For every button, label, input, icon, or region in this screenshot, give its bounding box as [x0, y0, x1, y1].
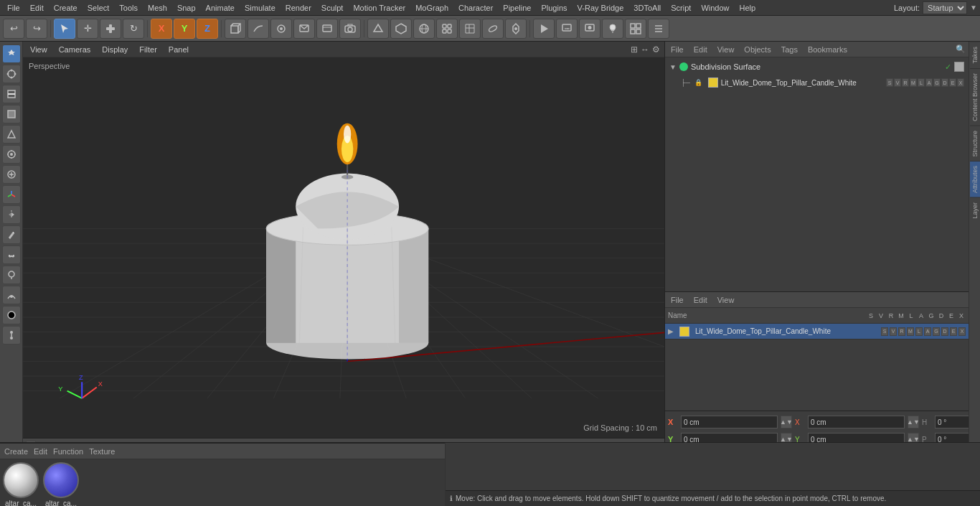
- obj-check-subdivision[interactable]: ✓: [945, 62, 951, 72]
- obj-menu-edit[interactable]: Edit: [691, 44, 710, 55]
- menu-plugins[interactable]: Plugins: [537, 2, 571, 14]
- z-axis-button[interactable]: Z: [197, 19, 218, 39]
- viewport-icon-expand[interactable]: ⊞: [631, 44, 638, 55]
- tab-structure[interactable]: Structure: [970, 126, 980, 161]
- mat-menu-texture[interactable]: Texture: [89, 447, 115, 456]
- y-axis-button[interactable]: Y: [174, 19, 195, 39]
- attr-item-candle[interactable]: ▶ Lit_Wide_Dome_Top_Pillar_Candle_White …: [665, 324, 969, 339]
- obj-menu-objects[interactable]: Objects: [741, 44, 773, 55]
- menu-create[interactable]: Create: [50, 2, 82, 14]
- mode-edge-button[interactable]: [2, 85, 21, 103]
- menu-snap[interactable]: Snap: [173, 2, 200, 14]
- shader-button[interactable]: [505, 19, 527, 39]
- viewport[interactable]: View Cameras Display Filter Panel ⊞ ↔ ⚙ …: [23, 42, 664, 438]
- menu-animate[interactable]: Animate: [202, 2, 239, 14]
- vp-menu-panel[interactable]: Panel: [166, 44, 192, 55]
- render-button[interactable]: [533, 19, 555, 39]
- obj-search-icon[interactable]: 🔍: [956, 44, 966, 54]
- vp-menu-view[interactable]: View: [27, 44, 50, 55]
- material-item-2[interactable]: altar_ca...: [43, 462, 79, 506]
- mat-menu-create[interactable]: Create: [4, 447, 28, 456]
- obj-menu-view[interactable]: View: [715, 44, 738, 55]
- coord-x-pos[interactable]: [681, 416, 778, 428]
- menu-window[interactable]: Window: [697, 2, 733, 14]
- attr-menu-edit[interactable]: Edit: [691, 295, 710, 305]
- sculpt-button[interactable]: [2, 286, 21, 304]
- properties-button[interactable]: [648, 19, 669, 39]
- particle-button[interactable]: [436, 19, 458, 39]
- mode-object-button[interactable]: [2, 44, 21, 63]
- mat-menu-function[interactable]: Function: [53, 447, 83, 456]
- toggle-snap-button[interactable]: [2, 145, 21, 164]
- undo-button[interactable]: ↩: [3, 19, 24, 39]
- vp-menu-cameras[interactable]: Cameras: [56, 44, 94, 55]
- x-axis-button[interactable]: X: [151, 19, 172, 39]
- null-button[interactable]: [367, 19, 389, 39]
- mirror-button[interactable]: [2, 205, 21, 224]
- polygon-button[interactable]: [390, 19, 412, 39]
- menu-vray[interactable]: V-Ray Bridge: [573, 2, 628, 14]
- obj-row-subdivision[interactable]: ▼ Subdivision Surface ✓: [666, 59, 967, 75]
- render-settings-button[interactable]: [556, 19, 578, 39]
- solo-button[interactable]: [2, 165, 21, 184]
- attr-menu-file[interactable]: File: [668, 295, 687, 305]
- layout-select[interactable]: Startup: [923, 1, 967, 14]
- render-all-button[interactable]: [579, 19, 600, 39]
- menu-file[interactable]: File: [3, 2, 24, 14]
- axis-button[interactable]: [2, 185, 21, 204]
- spline-button[interactable]: [248, 19, 269, 39]
- coord-x-pos-arrow[interactable]: ▲▼: [781, 416, 792, 428]
- vp-menu-display[interactable]: Display: [99, 44, 131, 55]
- obj-menu-bookmarks[interactable]: Bookmarks: [805, 44, 850, 55]
- coord-x-size-arrow[interactable]: ▲▼: [908, 416, 919, 428]
- tab-content-browser[interactable]: Content Browser: [970, 68, 980, 126]
- tab-attributes[interactable]: Attributes: [970, 161, 980, 197]
- mat-menu-edit[interactable]: Edit: [34, 447, 47, 456]
- tab-takes[interactable]: Takes: [970, 42, 980, 68]
- menu-character[interactable]: Character: [454, 2, 497, 14]
- mode-point-button[interactable]: [2, 65, 21, 83]
- menu-mograph[interactable]: MoGraph: [411, 2, 453, 14]
- menu-help[interactable]: Help: [735, 2, 760, 14]
- mode-polygon-button[interactable]: [2, 105, 21, 123]
- coord-x-size[interactable]: [808, 416, 905, 428]
- obj-menu-file[interactable]: File: [668, 44, 687, 55]
- grid-button[interactable]: [459, 19, 481, 39]
- select-tool-button[interactable]: [54, 19, 75, 39]
- viewport-canvas[interactable]: X Y Z: [23, 42, 664, 438]
- obj-row-candle[interactable]: ├─ 🔒 Lit_Wide_Dome_Top_Pillar_Candle_Whi…: [666, 75, 967, 90]
- camera-button[interactable]: [339, 19, 361, 39]
- attr-menu-view[interactable]: View: [715, 295, 738, 305]
- knife-button[interactable]: [2, 225, 21, 244]
- menu-pipeline[interactable]: Pipeline: [499, 2, 535, 14]
- deformer-button[interactable]: [482, 19, 504, 39]
- tab-layer[interactable]: Layer: [970, 197, 980, 223]
- menu-simulate[interactable]: Simulate: [240, 2, 280, 14]
- mode-uvw-button[interactable]: [2, 125, 21, 144]
- subdivide-button[interactable]: [413, 19, 435, 39]
- move-tool-button[interactable]: ✛: [77, 19, 98, 39]
- menu-script[interactable]: Script: [666, 2, 695, 14]
- viewport-icon-lock[interactable]: ↔: [641, 44, 649, 55]
- viewport-settings-button[interactable]: [625, 19, 646, 39]
- menu-mesh[interactable]: Mesh: [143, 2, 171, 14]
- generator-button[interactable]: [270, 19, 292, 39]
- material-item-1[interactable]: altar_ca...: [3, 462, 39, 506]
- cube-button[interactable]: [225, 19, 246, 39]
- rotate-tool-button[interactable]: ↻: [123, 19, 144, 39]
- menu-edit[interactable]: Edit: [26, 2, 48, 14]
- menu-tools[interactable]: Tools: [115, 2, 142, 14]
- redo-button[interactable]: ↪: [26, 19, 47, 39]
- playback-button[interactable]: [316, 19, 338, 39]
- menu-render[interactable]: Render: [281, 2, 316, 14]
- magnet-button[interactable]: [2, 245, 21, 264]
- menu-sculpt[interactable]: Sculpt: [317, 2, 348, 14]
- menu-motion-tracker[interactable]: Motion Tracker: [349, 2, 410, 14]
- light-button[interactable]: [602, 19, 623, 39]
- paint-button[interactable]: [2, 266, 21, 284]
- rigging-button[interactable]: [2, 326, 21, 345]
- vp-menu-filter[interactable]: Filter: [136, 44, 159, 55]
- menu-select[interactable]: Select: [83, 2, 114, 14]
- render-preview-button[interactable]: [293, 19, 315, 39]
- obj-menu-tags[interactable]: Tags: [778, 44, 801, 55]
